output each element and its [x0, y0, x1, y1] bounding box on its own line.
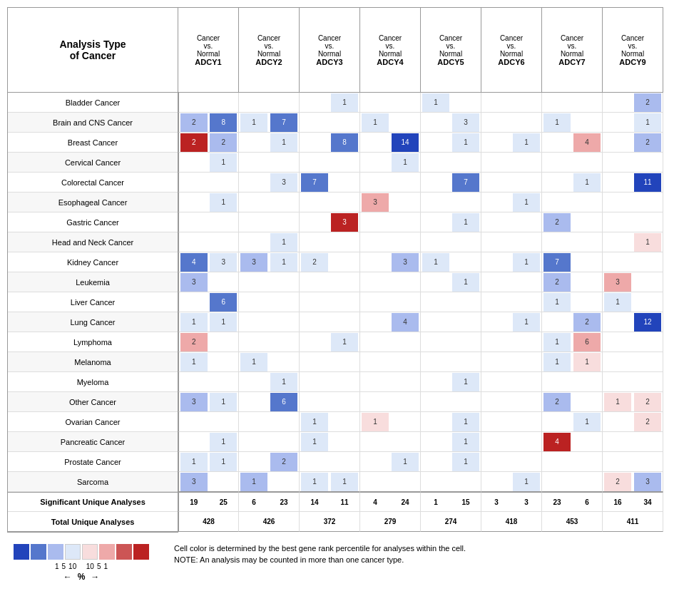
legend-label-10: 10 [68, 563, 76, 570]
cell: 11 [300, 472, 360, 492]
cell: 1 [481, 133, 542, 153]
footer-rows: 1925 623 1411 424 115 33 236 1634 428 42… [178, 492, 672, 532]
left-arrow-icon: ← [63, 572, 72, 582]
cell [360, 352, 421, 372]
row-ovarian: 1 1 1 1 2 [178, 412, 672, 432]
row-sarcoma: 3 1 11 1 23 [178, 472, 672, 492]
col-header-adcy1: Cancervs.Normal ADCY1 [178, 7, 239, 93]
data-rows: 1 1 2 28 17 1 3 1 1 [178, 93, 672, 492]
cell: 1 [481, 252, 542, 272]
cell [603, 192, 663, 212]
cell [239, 312, 300, 332]
cell: 1 [178, 153, 239, 173]
notes-section: Cell color is determined by the best gen… [174, 544, 466, 564]
cell [481, 352, 542, 372]
cell [421, 352, 481, 372]
cell: 1 [542, 173, 603, 192]
footer-cell: 1925 [178, 492, 239, 512]
cell: 1 [300, 93, 360, 113]
cell: 1 [421, 252, 481, 272]
cell: 3 [360, 252, 421, 272]
footer-cell: 236 [542, 492, 603, 512]
data-section: Cancervs.Normal ADCY1 Cancervs.Normal AD… [178, 7, 672, 533]
cell: 22 [178, 133, 239, 153]
total-label: Total Unique Analyses [8, 512, 178, 532]
cell: 1 [421, 133, 481, 153]
col-header-adcy2: Cancervs.Normal ADCY2 [239, 7, 300, 93]
legend-box-pink3 [116, 544, 132, 560]
row-label-colorectal: Colorectal Cancer [8, 173, 178, 192]
cell [542, 372, 603, 392]
cell [239, 192, 300, 212]
cell [603, 352, 663, 372]
row-label-kidney: Kidney Cancer [8, 252, 178, 272]
row-label-headneck: Head and Neck Cancer [8, 232, 178, 252]
legend-label-10b: 10 [86, 563, 94, 570]
cell: 2 [542, 392, 603, 412]
row-label-breast: Breast Cancer [8, 133, 178, 153]
cell [481, 392, 542, 412]
legend-box-red1 [133, 544, 149, 560]
cell: 1 [481, 192, 542, 212]
cell [481, 173, 542, 192]
col-header-adcy4: Cancervs.Normal ADCY4 [360, 7, 421, 93]
col-header-adcy3: Cancervs.Normal ADCY3 [300, 7, 360, 93]
legend-box-blue1 [14, 544, 29, 560]
cell [178, 93, 239, 113]
cell: 7 [421, 173, 481, 192]
cell: 4 [360, 312, 421, 332]
row-label-liver: Liver Cancer [8, 292, 178, 312]
cell [239, 272, 300, 292]
col-header-adcy7: Cancervs.Normal ADCY7 [542, 7, 603, 93]
cell [239, 432, 300, 452]
cell [239, 292, 300, 312]
row-sig: 1925 623 1411 424 115 33 236 1634 [178, 492, 672, 512]
row-label-cervical: Cervical Cancer [8, 153, 178, 173]
cell: 1 [542, 292, 603, 312]
table-section: Analysis Typeof Cancer Bladder Cancer Br… [7, 7, 672, 533]
row-label-bladder: Bladder Cancer [8, 93, 178, 113]
legend-box-blue2 [31, 544, 46, 560]
cell [360, 93, 421, 113]
row-total: 428 426 372 279 274 418 453 411 [178, 512, 672, 532]
cell [239, 153, 300, 173]
footer-cell: 1634 [603, 492, 663, 512]
cell: 3 [360, 192, 421, 212]
cell [360, 173, 421, 192]
cell [178, 372, 239, 392]
cell: 6 [239, 392, 300, 412]
row-label-brain: Brain and CNS Cancer [8, 113, 178, 133]
cell [300, 372, 360, 392]
footer-cell: 33 [481, 492, 542, 512]
cell: 1 [239, 472, 300, 492]
cell [481, 212, 542, 232]
cell [542, 93, 603, 113]
cell [481, 452, 542, 472]
row-lung: 11 4 1 2 12 [178, 312, 672, 332]
cell: 1 [178, 352, 239, 372]
cell: 1 [178, 192, 239, 212]
cell [481, 272, 542, 292]
cell: 1 [421, 452, 481, 472]
footer-cell: 428 [178, 512, 239, 532]
cell [239, 332, 300, 352]
legend-boxes [14, 544, 149, 560]
cell [481, 432, 542, 452]
row-kidney: 43 31 2 3 1 1 7 [178, 252, 672, 272]
cell: 11 [178, 312, 239, 332]
legend-labels: 1 5 10 10 5 1 [55, 563, 108, 570]
cell: 1 [421, 212, 481, 232]
row-other: 31 6 2 12 [178, 392, 672, 412]
cell: 2 [300, 252, 360, 272]
cell: 11 [178, 452, 239, 472]
cell: 3 [300, 212, 360, 232]
cell: 1 [421, 412, 481, 432]
legend-box-pink1 [82, 544, 98, 560]
cell: 2 [603, 412, 663, 432]
cell: 2 [542, 312, 603, 332]
cell [300, 113, 360, 133]
cell [603, 212, 663, 232]
row-breast: 22 1 8 14 1 1 4 2 [178, 133, 672, 153]
row-label-prostate: Prostate Cancer [8, 452, 178, 472]
cell: 7 [300, 173, 360, 192]
